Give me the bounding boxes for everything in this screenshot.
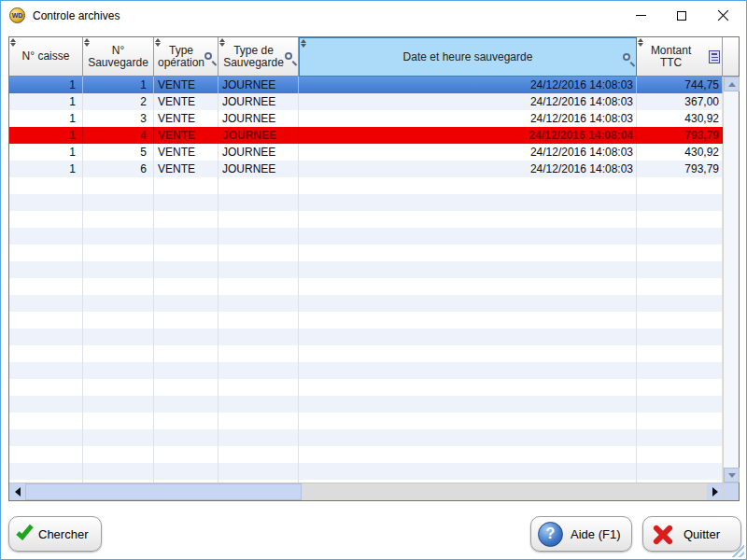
cell-type-sauvegarde: JOURNEE xyxy=(218,127,299,144)
horizontal-scrollbar[interactable] xyxy=(9,483,723,500)
cell-n-caisse xyxy=(9,261,83,278)
column-header-type-operation[interactable]: Type opération xyxy=(154,37,218,77)
column-header-n-sauvegarde[interactable]: N° Sauvegarde xyxy=(83,37,154,77)
empty-row[interactable] xyxy=(9,396,723,413)
cell-type-operation: VENTE xyxy=(154,161,218,177)
scroll-right-button[interactable] xyxy=(707,483,723,500)
table-row[interactable]: 15VENTEJOURNEE24/12/2016 14:08:03430,92 xyxy=(9,144,723,161)
sort-arrows-icon xyxy=(155,38,161,47)
sort-arrows-icon xyxy=(219,38,225,47)
column-header-n-caisse[interactable]: N° caisse xyxy=(9,37,83,77)
empty-row[interactable] xyxy=(9,228,723,245)
cell-date-heure xyxy=(299,329,637,345)
cell-n-caisse xyxy=(9,245,83,261)
table-row[interactable]: 11VENTEJOURNEE24/12/2016 14:08:03744,75 xyxy=(9,77,723,93)
cell-montant-ttc xyxy=(637,329,723,345)
table-row[interactable]: 14VENTEJOURNEE24/12/2016 14:08:04793,79 xyxy=(9,127,723,144)
blue-question-icon: ? xyxy=(538,522,563,547)
cell-type-operation xyxy=(154,278,218,295)
cell-type-sauvegarde: JOURNEE xyxy=(218,77,299,93)
cell-montant-ttc xyxy=(637,312,723,329)
empty-row[interactable] xyxy=(9,446,723,463)
quitter-button[interactable]: Quitter xyxy=(642,516,741,552)
scroll-up-button[interactable] xyxy=(724,77,740,91)
cell-montant-ttc xyxy=(637,245,723,261)
cell-n-caisse xyxy=(9,446,83,463)
scroll-down-button[interactable] xyxy=(724,468,740,483)
sort-arrows-icon xyxy=(638,38,643,47)
empty-row[interactable] xyxy=(9,312,723,329)
column-header-type-sauvegarde[interactable]: Type de Sauvegarde xyxy=(218,37,299,77)
minimize-button[interactable] xyxy=(620,1,661,30)
aide-button[interactable]: ? Aide (F1) xyxy=(530,516,632,552)
cell-type-operation xyxy=(154,194,218,211)
empty-row[interactable] xyxy=(9,177,723,194)
cell-n-sauvegarde xyxy=(83,329,154,345)
cell-date-heure xyxy=(299,245,637,261)
empty-row[interactable] xyxy=(9,278,723,295)
red-x-icon xyxy=(652,523,674,545)
cell-montant-ttc: 793,79 xyxy=(637,161,723,177)
empty-row[interactable] xyxy=(9,194,723,211)
table-row[interactable]: 12VENTEJOURNEE24/12/2016 14:08:03367,00 xyxy=(9,93,723,110)
cell-n-caisse xyxy=(9,362,83,379)
vertical-scrollbar[interactable] xyxy=(723,77,739,483)
cell-type-operation xyxy=(154,463,218,480)
cell-type-sauvegarde xyxy=(218,245,299,261)
horizontal-scroll-thumb[interactable] xyxy=(25,483,302,500)
empty-row[interactable] xyxy=(9,429,723,446)
cell-n-sauvegarde xyxy=(83,228,154,245)
cell-date-heure xyxy=(299,295,637,312)
column-header-montant-ttc[interactable]: Montant TTC xyxy=(637,37,723,77)
empty-row[interactable] xyxy=(9,362,723,379)
cell-type-operation xyxy=(154,245,218,261)
cell-type-sauvegarde xyxy=(218,362,299,379)
cell-montant-ttc xyxy=(637,463,723,480)
table-row[interactable]: 16VENTEJOURNEE24/12/2016 14:08:03793,79 xyxy=(9,161,723,177)
empty-row[interactable] xyxy=(9,261,723,278)
cell-date-heure xyxy=(299,429,637,446)
empty-row[interactable] xyxy=(9,413,723,429)
cell-n-sauvegarde xyxy=(83,278,154,295)
column-header-label: Montant TTC xyxy=(637,45,722,69)
cell-type-operation: VENTE xyxy=(154,110,218,127)
cell-n-caisse xyxy=(9,413,83,429)
cell-n-sauvegarde: 1 xyxy=(83,77,154,93)
empty-row[interactable] xyxy=(9,463,723,480)
cell-type-operation: VENTE xyxy=(154,77,218,93)
cell-n-caisse: 1 xyxy=(9,77,83,93)
column-header-date-heure[interactable]: Date et heure sauvegarde xyxy=(299,37,637,77)
table-row[interactable]: 13VENTEJOURNEE24/12/2016 14:08:03430,92 xyxy=(9,110,723,127)
cell-date-heure: 24/12/2016 14:08:03 xyxy=(299,93,637,110)
cell-montant-ttc: 793,79 xyxy=(637,127,723,144)
aide-button-label: Aide (F1) xyxy=(571,527,620,541)
search-icon[interactable] xyxy=(204,52,212,60)
cell-n-caisse: 1 xyxy=(9,144,83,161)
empty-row[interactable] xyxy=(9,245,723,261)
maximize-button[interactable] xyxy=(661,1,702,30)
cell-type-sauvegarde xyxy=(218,312,299,329)
cell-montant-ttc: 430,92 xyxy=(637,110,723,127)
empty-row[interactable] xyxy=(9,379,723,396)
empty-row[interactable] xyxy=(9,329,723,345)
cell-n-caisse xyxy=(9,345,83,362)
close-button[interactable] xyxy=(702,1,743,30)
empty-row[interactable] xyxy=(9,211,723,228)
chercher-button[interactable]: Chercher xyxy=(8,516,102,552)
cell-date-heure: 24/12/2016 14:08:03 xyxy=(299,77,637,93)
scroll-left-button[interactable] xyxy=(9,483,25,500)
search-icon[interactable] xyxy=(623,53,630,61)
calculator-icon[interactable] xyxy=(709,50,720,63)
cell-n-caisse xyxy=(9,211,83,228)
chercher-button-label: Chercher xyxy=(38,527,88,541)
cell-type-operation xyxy=(154,211,218,228)
empty-row[interactable] xyxy=(9,295,723,312)
titlebar[interactable]: WD Controle archives xyxy=(1,1,746,30)
cell-date-heure: 24/12/2016 14:08:03 xyxy=(299,110,637,127)
cell-type-sauvegarde xyxy=(218,413,299,429)
cell-montant-ttc xyxy=(637,446,723,463)
cell-n-sauvegarde xyxy=(83,261,154,278)
archives-table: N° caisse N° Sauvegarde Type opération T… xyxy=(8,36,740,501)
search-icon[interactable] xyxy=(285,52,292,60)
empty-row[interactable] xyxy=(9,345,723,362)
